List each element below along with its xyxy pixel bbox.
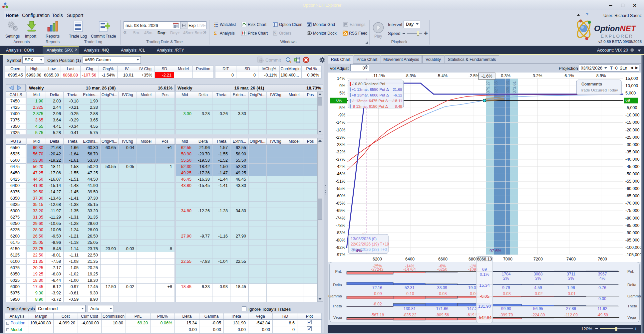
svg-text:-92%: -92% [336, 245, 345, 250]
svg-text:-15,000: -15,000 [625, 120, 639, 125]
svg-text:-542.84: -542.84 [478, 315, 491, 320]
svg-text:-0.08: -0.08 [438, 291, 447, 296]
svg-text:6.1%: 6.1% [564, 74, 574, 78]
svg-text:-21.68: -21.68 [391, 87, 402, 91]
svg-text:-105,000: -105,000 [625, 252, 641, 257]
svg-text:-14%: -14% [336, 120, 345, 125]
svg-text:-65,000: -65,000 [625, 194, 639, 198]
svg-text:22/02/2026 (19) T+19: 22/02/2026 (19) T+19 [351, 242, 389, 247]
svg-text:Delta: Delta [333, 283, 342, 287]
svg-text:33.39: 33.39 [437, 285, 447, 290]
svg-text:-55,000: -55,000 [625, 179, 639, 184]
svg-text:6600: 6600 [438, 257, 448, 261]
svg-text:-8.02: -8.02 [373, 302, 382, 306]
svg-text:-18.11: -18.11 [392, 99, 402, 103]
svg-text:171.66: 171.66 [436, 306, 449, 311]
svg-text:0.76: 0.76 [598, 285, 606, 290]
svg-text:Trade Occurred Today: Trade Occurred Today [580, 88, 618, 92]
svg-text:-27243: -27243 [371, 267, 384, 272]
svg-text:3088: 3088 [534, 272, 543, 276]
svg-text:6400: 6400 [405, 257, 415, 261]
svg-text:-1 13mar. 6475 Put Δ: -1 13mar. 6475 Put Δ [352, 99, 388, 103]
svg-text:Vega: Vega [627, 315, 636, 319]
svg-text:-0.05: -0.05 [480, 294, 489, 299]
svg-text:3967: 3967 [598, 272, 607, 276]
svg-text:5,000: 5,000 [625, 91, 636, 95]
svg-text:6879.27: 6879.27 [486, 81, 490, 96]
svg-text:-6250: -6250 [437, 267, 448, 272]
svg-text:$: $ [274, 31, 276, 35]
svg-text:-28%: -28% [336, 142, 345, 147]
svg-text:-49.58: -49.58 [597, 313, 608, 317]
svg-text:131.90: 131.90 [478, 304, 491, 309]
svg-text:-42%: -42% [336, 164, 345, 169]
svg-text:Theta: Theta [332, 304, 342, 308]
svg-text:-40,000: -40,000 [625, 157, 639, 162]
svg-text:-0.01: -0.01 [566, 291, 576, 296]
svg-text:-83%: -83% [336, 231, 345, 235]
svg-text:-20,000: -20,000 [625, 128, 639, 132]
svg-text:-69%: -69% [336, 208, 345, 213]
svg-text:8.9%: 8.9% [596, 74, 606, 78]
svg-text:14%: 14% [337, 76, 345, 81]
svg-text:-80,000: -80,000 [625, 216, 639, 221]
svg-text:9.79: 9.79 [502, 285, 510, 290]
svg-text:-18%: -18% [336, 128, 345, 132]
svg-text:-567.18: -567.18 [371, 313, 384, 317]
svg-text:-0.03: -0.03 [501, 291, 511, 296]
svg-text:-100,000: -100,000 [625, 245, 641, 250]
svg-text:4.59: 4.59 [534, 285, 542, 290]
svg-text:-11.1%: -11.1% [372, 74, 385, 78]
svg-text:99.90: 99.90 [501, 306, 511, 311]
svg-text:0%: 0% [336, 98, 342, 103]
svg-text:-835.22: -835.22 [403, 313, 417, 317]
svg-text:-23%: -23% [336, 135, 345, 140]
svg-text:72.16: 72.16 [372, 285, 382, 290]
svg-text:-0.10: -0.10 [405, 291, 414, 296]
svg-text:-5,000: -5,000 [625, 105, 637, 110]
svg-text:-2.5%: -2.5% [469, 74, 480, 78]
svg-text:-70,000: -70,000 [625, 201, 639, 206]
svg-text:-224.89: -224.89 [531, 313, 545, 317]
svg-text:3%: 3% [535, 276, 541, 281]
svg-text:-46%: -46% [336, 172, 345, 176]
svg-text:-9%: -9% [338, 113, 345, 117]
svg-text:3711: 3711 [567, 272, 575, 276]
svg-text:Delta: Delta [627, 283, 636, 287]
svg-text:-14764: -14764 [403, 267, 416, 272]
svg-text:-88%: -88% [336, 238, 345, 243]
svg-text:-5%: -5% [338, 105, 345, 110]
svg-text:-97%: -97% [336, 252, 345, 257]
svg-text:5%: 5% [339, 91, 345, 95]
svg-text:1704: 1704 [502, 272, 511, 276]
svg-text:-45,000: -45,000 [625, 164, 639, 169]
svg-text:+8 13mar. 6000 Put Δ: +8 13mar. 6000 Put Δ [352, 93, 389, 97]
svg-text:Gamma: Gamma [328, 294, 342, 298]
svg-text:-8.3%: -8.3% [405, 74, 416, 78]
svg-text:-8 13mar. 6150 Put Δ: -8 13mar. 6150 Put Δ [352, 104, 388, 108]
svg-text:13/03/2026 (0): 13/03/2026 (0) [351, 237, 377, 241]
svg-text:2%: 2% [503, 276, 509, 281]
svg-text:-50,000: -50,000 [625, 172, 639, 176]
svg-text:-65%: -65% [336, 201, 345, 206]
svg-text:15,000: 15,000 [625, 76, 638, 81]
svg-text:-60,000: -60,000 [625, 186, 639, 191]
svg-text:7400: 7400 [566, 257, 576, 261]
svg-text:-1.6%: -1.6% [482, 74, 492, 79]
svg-text:-55%: -55% [336, 186, 345, 191]
svg-text:7073.61: 7073.61 [512, 81, 517, 96]
svg-text:69: 69 [625, 98, 630, 103]
svg-text:97.6%: 97.6% [489, 249, 501, 253]
svg-text:-0.02: -0.02 [533, 291, 543, 296]
svg-text:-74%: -74% [336, 216, 345, 221]
svg-text:1.96: 1.96 [567, 285, 575, 290]
svg-text:-37%: -37% [336, 157, 345, 162]
svg-text:7000: 7000 [503, 257, 512, 261]
svg-text:Σ: Σ [214, 31, 217, 36]
svg-text:4%: 4% [599, 276, 605, 281]
svg-text:10,000: 10,000 [625, 84, 638, 88]
svg-text:-95,000: -95,000 [625, 238, 639, 243]
svg-text:-35,000: -35,000 [625, 150, 639, 154]
svg-text:0.1%: 0.1% [480, 272, 489, 277]
svg-text:-30,000: -30,000 [625, 142, 639, 147]
